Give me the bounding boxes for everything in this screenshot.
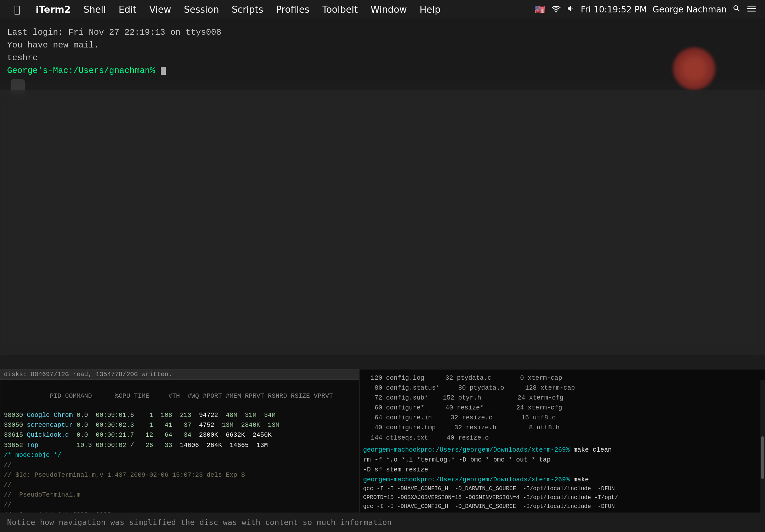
terminal-cursor [161, 67, 166, 75]
right-scrollbar[interactable] [760, 380, 765, 521]
source-divider: /* mode:objc */ [0, 450, 359, 460]
apple-menu[interactable]:  [8, 2, 26, 17]
process-line-1: 98030 Google Chrom 0.0 00:09:01.6 1 108 … [0, 410, 359, 420]
menu-edit[interactable]: Edit [113, 3, 142, 16]
disk-info: disks: 804697/12G read, 1354778/20G writ… [4, 371, 172, 378]
menu-toolbelt[interactable]: Toolbelt [317, 3, 363, 16]
term-line-1: Last login: Fri Nov 27 22:19:13 on ttys0… [7, 26, 758, 39]
svg-rect-2 [747, 11, 756, 12]
file-line-3: 72 config.sub* 152 ptyr.h 24 xterm-cfg [359, 393, 765, 403]
svg-rect-0 [747, 6, 756, 7]
blurred-middle [0, 90, 765, 355]
bottom-panels: disks: 804697/12G read, 1354778/20G writ… [0, 369, 765, 532]
search-icon[interactable] [732, 4, 741, 15]
src-1: // [0, 460, 359, 470]
build-line-2: rm -f *.o *.i *termLog.* -D bmc * bmc * … [359, 455, 765, 465]
term-line-2: You have new mail. [7, 39, 758, 52]
build-line-1: georgem-machookpro:/Users/georgem/Downlo… [359, 445, 765, 455]
prompt-text: George's-Mac:/Users/gnachman% [7, 64, 160, 77]
src-4: // PseudoTerminal.m [0, 490, 359, 500]
process-line-4: 33652 Top 10.3 00:00:02 / 26 33 14606 26… [0, 440, 359, 450]
panel-left-topbar: disks: 804697/12G read, 1354778/20G writ… [0, 369, 359, 380]
build-line-7: gcc -I -I -DHAVE_CONFIG_H -D_DARWIN_C_SO… [359, 502, 765, 510]
build-line-5: gcc -I -I -DHAVE_CONFIG_H -D_DARWIN_C_SO… [359, 485, 765, 493]
menubar-right: 🇺🇸 Fri 10:19:52 PM George Nachman [535, 4, 756, 15]
menu-profiles[interactable]: Profiles [270, 3, 315, 16]
process-line-3: 33615 Quicklook.d 0.0 00:00:21.7 12 64 3… [0, 430, 359, 440]
menubar-left:  iTerm2 Shell Edit View Session Scripts… [8, 2, 535, 17]
svg-rect-1 [747, 8, 756, 9]
file-line-5: 64 configure.in 32 resize.c 16 utf8.c [359, 413, 765, 423]
term-prompt: George's-Mac:/Users/gnachman% [7, 64, 758, 77]
wifi-icon [551, 5, 561, 15]
menu-icon[interactable] [747, 5, 756, 15]
process-line-2: 33050 screencaptur 0.0 00:00:02.3 1 41 3… [0, 420, 359, 430]
menu-help[interactable]: Help [414, 3, 446, 16]
app-name[interactable]: iTerm2 [30, 3, 76, 16]
user-display: George Nachman [653, 5, 727, 15]
menu-session[interactable]: Session [178, 3, 225, 16]
main-content: Last login: Fri Nov 27 22:19:13 on ttys0… [0, 19, 765, 532]
file-line-1: 120 config.log 32 ptydata.c 0 xterm-cap [359, 373, 765, 383]
src-3: // [0, 480, 359, 490]
menu-shell[interactable]: Shell [78, 3, 112, 16]
build-line-3: -D sf stem resize [359, 465, 765, 475]
panel-left-content: PID COMMAND %CPU TIME #TH #WQ #PORT #MEM… [0, 380, 359, 521]
top-terminal[interactable]: Last login: Fri Nov 27 22:19:13 on ttys0… [0, 19, 765, 83]
menu-window[interactable]: Window [365, 3, 413, 16]
panel-right[interactable]: 120 config.log 32 ptydata.c 0 xterm-cap … [359, 369, 765, 532]
bottom-notice: Notice how navigation was simplified the… [7, 518, 392, 527]
src-5: // [0, 500, 359, 510]
process-header: PID COMMAND %CPU TIME #TH #WQ #PORT #MEM… [0, 382, 359, 410]
build-line-6: CPROTD=15 -DOSXAJOSVERSION=18 -DOSMINVER… [359, 493, 765, 502]
datetime-display: Fri 10:19:52 PM [581, 5, 647, 15]
menu-view[interactable]: View [143, 3, 177, 16]
file-line-4: 60 configure* 40 resize* 24 xterm-cfg [359, 403, 765, 413]
panel-right-content: 120 config.log 32 ptydata.c 0 xterm-cap … [359, 369, 765, 510]
file-line-7: 144 ctlseqs.txt 40 resize.o [359, 433, 765, 443]
volume-icon [567, 5, 575, 15]
file-line-2: 80 config.status* 80 ptydata.o 128 xterm… [359, 383, 765, 393]
scrollbar-thumb[interactable] [761, 436, 764, 479]
src-2: // $Id: PseudoTerminal.m,v 1.437 2009-02… [0, 470, 359, 480]
flag-icon: 🇺🇸 [535, 5, 545, 15]
build-line-4: georgem-machookpro:/Users/georgem/Downlo… [359, 475, 765, 485]
menu-scripts[interactable]: Scripts [226, 3, 269, 16]
file-line-6: 40 configure.tmp 32 resize.h 8 utf8.h [359, 423, 765, 432]
profile-avatar [673, 47, 715, 90]
overlay-bottom: Notice how navigation was simplified the… [0, 513, 765, 532]
panel-left[interactable]: disks: 804697/12G read, 1354778/20G writ… [0, 369, 359, 532]
term-line-3: tcshrc [7, 52, 758, 64]
menubar:  iTerm2 Shell Edit View Session Scripts… [0, 0, 765, 19]
